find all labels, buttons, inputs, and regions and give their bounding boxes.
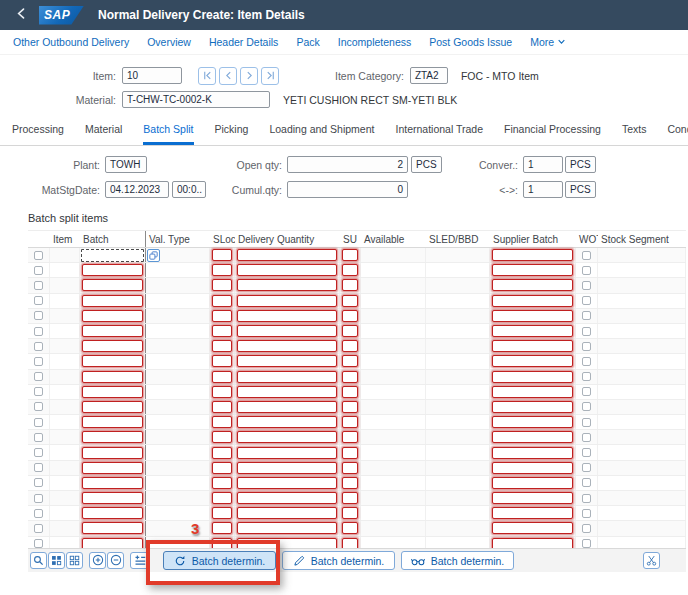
row-select-checkbox[interactable] — [34, 387, 43, 396]
su-input[interactable] — [342, 355, 358, 367]
row-select-checkbox[interactable] — [34, 357, 43, 366]
tab-conditions[interactable]: Conditions — [667, 123, 688, 145]
batch-input[interactable] — [82, 279, 143, 291]
wot-checkbox[interactable] — [582, 509, 591, 518]
sloc-input[interactable] — [212, 310, 232, 322]
delivery-quantity-input[interactable] — [237, 249, 337, 261]
supplier-batch-input[interactable] — [492, 340, 573, 352]
batch-input[interactable] — [82, 431, 143, 443]
delivery-quantity-input[interactable] — [237, 447, 337, 459]
su-input[interactable] — [342, 492, 358, 504]
batch-input[interactable] — [82, 264, 143, 276]
conver-unit-field[interactable]: PCS — [565, 156, 596, 173]
sloc-input[interactable] — [212, 279, 232, 291]
sloc-input[interactable] — [212, 401, 232, 413]
row-select-checkbox[interactable] — [34, 281, 43, 290]
first-item-button[interactable] — [198, 67, 216, 85]
tab-material[interactable]: Material — [85, 123, 122, 145]
su-input[interactable] — [342, 340, 358, 352]
wot-checkbox[interactable] — [582, 327, 591, 336]
batch-input[interactable] — [81, 249, 144, 262]
batch-input[interactable] — [82, 522, 143, 534]
row-select-checkbox[interactable] — [34, 524, 43, 533]
row-select-checkbox[interactable] — [34, 402, 43, 411]
supplier-batch-input[interactable] — [492, 416, 573, 428]
item-field[interactable]: 10 — [122, 67, 182, 84]
delivery-quantity-input[interactable] — [237, 295, 337, 307]
batch-input[interactable] — [82, 462, 143, 474]
delivery-quantity-input[interactable] — [237, 401, 337, 413]
supplier-batch-input[interactable] — [492, 371, 573, 383]
delivery-quantity-input[interactable] — [237, 325, 337, 337]
batch-determine-button-1[interactable]: Batch determin. — [163, 551, 276, 570]
back-button[interactable] — [13, 7, 29, 23]
tab-batch-split[interactable]: Batch Split — [143, 123, 193, 145]
sloc-input[interactable] — [212, 447, 232, 459]
su-input[interactable] — [342, 447, 358, 459]
supplier-batch-input[interactable] — [492, 447, 573, 459]
wot-checkbox[interactable] — [582, 296, 591, 305]
row-select-checkbox[interactable] — [34, 433, 43, 442]
sloc-input[interactable] — [212, 325, 232, 337]
wot-checkbox[interactable] — [582, 251, 591, 260]
delivery-quantity-input[interactable] — [237, 507, 337, 519]
sloc-input[interactable] — [212, 522, 232, 534]
wot-checkbox[interactable] — [582, 524, 591, 533]
wot-checkbox[interactable] — [582, 357, 591, 366]
select-all-button[interactable] — [48, 552, 65, 569]
row-select-checkbox[interactable] — [34, 418, 43, 427]
wot-checkbox[interactable] — [582, 448, 591, 457]
supplier-batch-input[interactable] — [492, 431, 573, 443]
su-input[interactable] — [342, 477, 358, 489]
batch-input[interactable] — [82, 386, 143, 398]
su-input[interactable] — [342, 386, 358, 398]
tab-financial-processing[interactable]: Financial Processing — [504, 123, 601, 145]
su-input[interactable] — [342, 371, 358, 383]
sloc-input[interactable] — [212, 477, 232, 489]
delivery-quantity-input[interactable] — [237, 462, 337, 474]
conv-arrow-field[interactable]: 1 — [523, 181, 563, 198]
conv-arrow-unit-field[interactable]: PCS — [565, 181, 596, 198]
next-item-button[interactable] — [240, 67, 258, 85]
delivery-quantity-input[interactable] — [237, 431, 337, 443]
supplier-batch-input[interactable] — [492, 264, 573, 276]
sloc-input[interactable] — [212, 355, 232, 367]
row-select-checkbox[interactable] — [34, 311, 43, 320]
delivery-quantity-input[interactable] — [237, 492, 337, 504]
wot-checkbox[interactable] — [582, 342, 591, 351]
menu-item-pack[interactable]: Pack — [296, 36, 319, 48]
su-input[interactable] — [342, 431, 358, 443]
su-input[interactable] — [342, 325, 358, 337]
menu-item-overview[interactable]: Overview — [147, 36, 191, 48]
delivery-quantity-input[interactable] — [237, 310, 337, 322]
wot-checkbox[interactable] — [582, 433, 591, 442]
supplier-batch-input[interactable] — [492, 279, 573, 291]
supplier-batch-input[interactable] — [492, 492, 573, 504]
batch-input[interactable] — [82, 325, 143, 337]
batch-input[interactable] — [82, 401, 143, 413]
material-field[interactable]: T-CHW-TC-0002-K — [122, 91, 270, 108]
batch-input[interactable] — [82, 371, 143, 383]
wot-checkbox[interactable] — [582, 494, 591, 503]
tab-texts[interactable]: Texts — [622, 123, 647, 145]
sloc-input[interactable] — [212, 416, 232, 428]
su-input[interactable] — [342, 507, 358, 519]
menu-item-header-details[interactable]: Header Details — [209, 36, 278, 48]
sloc-input[interactable] — [212, 492, 232, 504]
wot-checkbox[interactable] — [582, 372, 591, 381]
delete-row-button[interactable] — [107, 552, 124, 569]
batch-determine-button-3[interactable]: Batch determin. — [401, 551, 514, 570]
delivery-quantity-input[interactable] — [237, 386, 337, 398]
sloc-input[interactable] — [212, 462, 232, 474]
row-select-checkbox[interactable] — [34, 509, 43, 518]
su-input[interactable] — [342, 279, 358, 291]
sloc-input[interactable] — [212, 431, 232, 443]
row-select-checkbox[interactable] — [34, 448, 43, 457]
cumul-qty-field[interactable]: 0 — [287, 181, 408, 198]
supplier-batch-input[interactable] — [492, 522, 573, 534]
su-input[interactable] — [342, 310, 358, 322]
row-select-checkbox[interactable] — [34, 251, 43, 260]
insert-line-button[interactable] — [130, 552, 149, 569]
delivery-quantity-input[interactable] — [237, 477, 337, 489]
conver-field[interactable]: 1 — [523, 156, 563, 173]
